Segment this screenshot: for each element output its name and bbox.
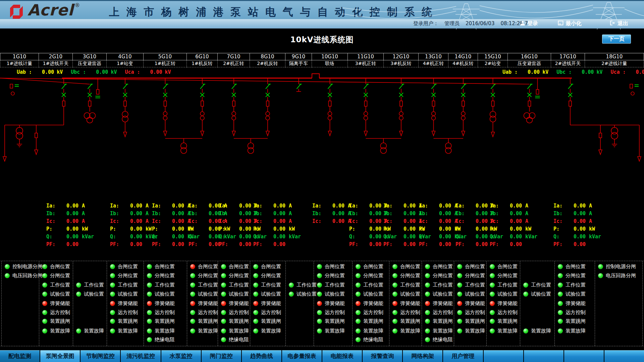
- led-indicator-green: [457, 319, 462, 324]
- status-6G10-远方控制: 远方控制: [190, 309, 218, 316]
- nav-tab-blank-13[interactable]: [524, 350, 564, 362]
- nav-tab-blank-14[interactable]: [564, 350, 604, 362]
- bay-name-2G10: 1#进线开关: [39, 60, 73, 67]
- status-2G10-装置跳闸: 装置跳闸: [42, 318, 70, 324]
- status-15G10-远方控制: 远方控制: [490, 309, 518, 316]
- nav-tab-配电监测[interactable]: 配电监测: [0, 350, 40, 362]
- led-indicator-green: [558, 310, 563, 315]
- led-indicator-green: [598, 273, 603, 278]
- led-indicator-red: [356, 301, 361, 306]
- status-label: 绝缘电阻: [229, 337, 249, 343]
- status-12G10-分闸位置: 分闸位置: [392, 272, 420, 279]
- led-indicator-green: [147, 273, 152, 278]
- status-10G10-工作位置: 工作位置: [317, 282, 345, 288]
- status-18G10-控制电源分闸: 控制电源分闸: [598, 263, 636, 270]
- status-label: 工作位置: [155, 282, 175, 288]
- exit-button[interactable]: 退出: [610, 20, 628, 27]
- status-label: 弹簧储能: [465, 300, 485, 307]
- status-label: 分闸位置: [155, 273, 175, 279]
- status-column-divider: [73, 261, 73, 346]
- led-indicator-green: [558, 292, 563, 297]
- reading-row: Q:0.00kVar: [553, 233, 614, 240]
- status-column-divider: [454, 261, 454, 346]
- bay-id-7G10: 7G10: [218, 53, 250, 60]
- nav-tab-电参量报表[interactable]: 电参量报表: [282, 350, 322, 362]
- nav-tab-清污机监控[interactable]: 清污机监控: [121, 350, 160, 362]
- reading-row: PF:0.00: [253, 240, 314, 248]
- nav-tab-blank-12[interactable]: [484, 350, 523, 362]
- status-label: 装置故障: [400, 328, 420, 334]
- status-4G10-试验位置: 试验位置: [110, 291, 138, 297]
- led-indicator-green: [221, 283, 226, 288]
- status-4G10-远方控制: 远方控制: [110, 309, 138, 316]
- led-indicator-green: [356, 337, 361, 342]
- status-label: 电压回路分闸: [606, 273, 636, 279]
- status-8G10-合闸位置: 合闸位置: [253, 263, 281, 270]
- led-indicator-green: [490, 319, 495, 324]
- status-column-divider: [1, 261, 2, 346]
- readings-15G10: Ia:0.00AIb:0.00AIc:0.00AP:0.00kWQ:0.00kV…: [490, 202, 550, 248]
- status-13G10-分闸位置: 分闸位置: [425, 272, 453, 279]
- led-indicator-green: [221, 337, 226, 342]
- led-indicator-red: [253, 301, 258, 306]
- status-8G10-工作位置: 工作位置: [253, 282, 281, 288]
- reading-row: P:0.00kW: [490, 225, 550, 233]
- nav-tab-节制闸监控[interactable]: 节制闸监控: [80, 350, 120, 362]
- minimize-button[interactable]: 最小化: [558, 20, 582, 27]
- led-indicator-green: [42, 264, 47, 269]
- status-10G10-合闸位置: 合闸位置: [317, 263, 345, 270]
- status-label: 弹簧储能: [198, 300, 218, 307]
- reading-row: P:0.00kW: [553, 225, 614, 233]
- nav-tab-水泵监控[interactable]: 水泵监控: [161, 350, 201, 362]
- status-label: 分闸位置: [198, 273, 218, 279]
- bay-name-15G10: 2#站变: [478, 60, 508, 67]
- status-label: 分闸位置: [566, 273, 586, 279]
- bay-id-9G10: 9G10: [285, 53, 312, 60]
- reading-row: Q:0.00kVar: [253, 233, 314, 240]
- status-label: 合闸位置: [118, 263, 138, 270]
- status-11G10-装置跳闸: 装置跳闸: [356, 318, 383, 324]
- nav-tab-用户管理[interactable]: 用户管理: [443, 350, 483, 362]
- status-column-divider: [422, 261, 422, 346]
- nav-tab-电能报表[interactable]: 电能报表: [322, 350, 362, 362]
- led-indicator-green: [221, 292, 226, 297]
- nav-tab-闸门监控[interactable]: 闸门监控: [202, 350, 241, 362]
- app-title: 上 海 市 杨 树 浦 港 泵 站 电 气 与 自 动 化 控 制 系 统: [109, 5, 434, 19]
- acrel-logo: Acrel ®: [9, 3, 80, 21]
- next-page-button[interactable]: 下一页: [602, 35, 631, 44]
- login-button[interactable]: 登录: [520, 20, 538, 27]
- status-label: 试验位置: [400, 291, 420, 297]
- status-8G10-试验位置: 试验位置: [253, 291, 281, 297]
- nav-tab-网络构架[interactable]: 网络构架: [403, 350, 442, 362]
- status-12G10-装置故障: 装置故障: [392, 327, 420, 334]
- nav-tab-趋势曲线[interactable]: 趋势曲线: [242, 350, 281, 362]
- nav-tab-报警查询[interactable]: 报警查询: [363, 350, 402, 362]
- led-indicator-green: [317, 310, 322, 315]
- status-14G10-弹簧储能: 弹簧储能: [457, 300, 485, 307]
- status-11G10-远方控制: 远方控制: [356, 309, 383, 316]
- status-9G10-工作位置: 工作位置: [289, 282, 317, 288]
- bay-id-6G10: 6G10: [187, 53, 218, 60]
- nav-tab-泵闸全景图[interactable]: 泵闸全景图: [40, 350, 80, 362]
- led-indicator-green: [457, 264, 462, 269]
- reading-row: Ib:0.00A: [490, 209, 550, 217]
- status-label: 装置故障: [261, 328, 281, 334]
- led-indicator-green: [317, 283, 322, 288]
- status-label: 弹簧储能: [400, 300, 420, 307]
- status-label: 分闸位置: [400, 273, 420, 279]
- led-indicator-red: [221, 301, 226, 306]
- led-indicator-green: [558, 273, 563, 278]
- led-indicator-green: [253, 328, 258, 334]
- status-5G10-装置跳闸: 装置跳闸: [147, 318, 175, 324]
- nav-tab-blank-15[interactable]: [604, 350, 644, 362]
- status-label: 装置跳闸: [497, 318, 518, 324]
- status-label: 远方控制: [325, 309, 345, 316]
- status-label: 分闸位置: [261, 273, 281, 279]
- led-indicator-green: [317, 273, 322, 278]
- reading-row: P:0.00kW: [253, 225, 314, 233]
- status-5G10-工作位置: 工作位置: [147, 282, 175, 288]
- reading-row: PF:0.00: [46, 240, 107, 248]
- status-5G10-装置故障: 装置故障: [147, 327, 175, 334]
- status-3G10-试验位置: 试验位置: [76, 291, 104, 297]
- status-label: 装置故障: [229, 328, 249, 334]
